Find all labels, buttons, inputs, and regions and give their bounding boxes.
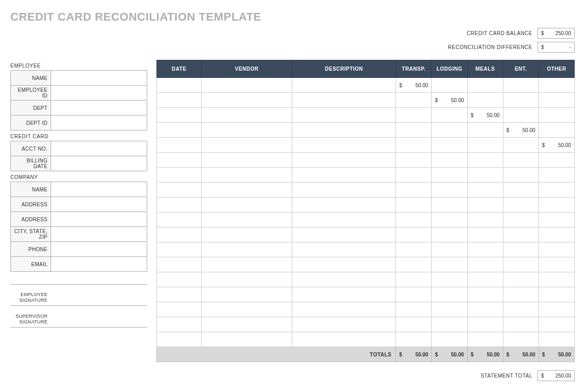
- date-cell[interactable]: [157, 213, 202, 227]
- amount-cell[interactable]: [396, 123, 432, 138]
- amount-cell[interactable]: [432, 272, 467, 287]
- amount-cell[interactable]: $50.00: [467, 108, 503, 123]
- date-cell[interactable]: [157, 332, 202, 347]
- amount-cell[interactable]: [503, 287, 539, 302]
- date-cell[interactable]: [157, 168, 202, 183]
- field-input[interactable]: [51, 242, 147, 257]
- amount-cell[interactable]: [467, 332, 503, 347]
- amount-cell[interactable]: [396, 138, 432, 153]
- desc-cell[interactable]: [292, 227, 396, 242]
- amount-cell[interactable]: [396, 317, 432, 332]
- amount-cell[interactable]: [539, 183, 574, 198]
- amount-cell[interactable]: [467, 213, 503, 227]
- vendor-cell[interactable]: [201, 198, 292, 213]
- field-input[interactable]: [51, 141, 147, 156]
- date-cell[interactable]: [157, 317, 202, 332]
- field-input[interactable]: [51, 197, 147, 212]
- amount-cell[interactable]: [467, 153, 503, 168]
- amount-cell[interactable]: [539, 93, 574, 108]
- desc-cell[interactable]: [292, 213, 396, 227]
- amount-cell[interactable]: [396, 302, 432, 317]
- amount-cell[interactable]: [467, 123, 503, 138]
- amount-cell[interactable]: [432, 198, 467, 213]
- field-input[interactable]: [51, 257, 147, 272]
- amount-cell[interactable]: [467, 78, 503, 93]
- date-cell[interactable]: [157, 227, 202, 242]
- supervisor-signature-row[interactable]: SUPERVISORSIGNATURE: [10, 306, 147, 328]
- amount-cell[interactable]: [432, 168, 467, 183]
- field-input[interactable]: [51, 227, 147, 242]
- amount-cell[interactable]: [503, 272, 539, 287]
- amount-cell[interactable]: [467, 138, 503, 153]
- amount-cell[interactable]: [432, 302, 467, 317]
- amount-cell[interactable]: [467, 198, 503, 213]
- date-cell[interactable]: [157, 138, 202, 153]
- vendor-cell[interactable]: [201, 123, 292, 138]
- amount-cell[interactable]: [503, 138, 539, 153]
- field-input[interactable]: [51, 101, 147, 116]
- date-cell[interactable]: [157, 108, 202, 123]
- field-input[interactable]: [51, 212, 147, 227]
- amount-cell[interactable]: [503, 257, 539, 272]
- date-cell[interactable]: [157, 198, 202, 213]
- amount-cell[interactable]: [467, 287, 503, 302]
- amount-cell[interactable]: [539, 78, 574, 93]
- desc-cell[interactable]: [292, 257, 396, 272]
- vendor-cell[interactable]: [201, 227, 292, 242]
- vendor-cell[interactable]: [201, 287, 292, 302]
- desc-cell[interactable]: [292, 108, 396, 123]
- vendor-cell[interactable]: [201, 183, 292, 198]
- amount-cell[interactable]: [432, 153, 467, 168]
- amount-cell[interactable]: [503, 332, 539, 347]
- field-input[interactable]: [51, 182, 147, 197]
- desc-cell[interactable]: [292, 123, 396, 138]
- vendor-cell[interactable]: [201, 78, 292, 93]
- vendor-cell[interactable]: [201, 213, 292, 227]
- amount-cell[interactable]: [396, 108, 432, 123]
- amount-cell[interactable]: [467, 227, 503, 242]
- amount-cell[interactable]: [503, 213, 539, 227]
- desc-cell[interactable]: [292, 93, 396, 108]
- amount-cell[interactable]: [503, 302, 539, 317]
- date-cell[interactable]: [157, 272, 202, 287]
- amount-cell[interactable]: [432, 138, 467, 153]
- amount-cell[interactable]: [467, 257, 503, 272]
- amount-cell[interactable]: [432, 123, 467, 138]
- amount-cell[interactable]: [396, 153, 432, 168]
- amount-cell[interactable]: $50.00: [503, 123, 539, 138]
- amount-cell[interactable]: [432, 287, 467, 302]
- vendor-cell[interactable]: [201, 138, 292, 153]
- amount-cell[interactable]: [432, 108, 467, 123]
- vendor-cell[interactable]: [201, 242, 292, 257]
- date-cell[interactable]: [157, 183, 202, 198]
- field-input[interactable]: [51, 116, 147, 130]
- amount-cell[interactable]: [432, 78, 467, 93]
- date-cell[interactable]: [157, 242, 202, 257]
- amount-cell[interactable]: [396, 198, 432, 213]
- date-cell[interactable]: [157, 93, 202, 108]
- desc-cell[interactable]: [292, 242, 396, 257]
- amount-cell[interactable]: [539, 257, 574, 272]
- amount-cell[interactable]: [467, 242, 503, 257]
- amount-cell[interactable]: [432, 317, 467, 332]
- amount-cell[interactable]: [467, 93, 503, 108]
- amount-cell[interactable]: [539, 287, 574, 302]
- field-input[interactable]: [51, 86, 147, 101]
- amount-cell[interactable]: [503, 168, 539, 183]
- amount-cell[interactable]: [539, 108, 574, 123]
- desc-cell[interactable]: [292, 302, 396, 317]
- vendor-cell[interactable]: [201, 108, 292, 123]
- date-cell[interactable]: [157, 123, 202, 138]
- amount-cell[interactable]: [539, 272, 574, 287]
- amount-cell[interactable]: [539, 332, 574, 347]
- amount-cell[interactable]: $50.00: [432, 93, 467, 108]
- desc-cell[interactable]: [292, 332, 396, 347]
- amount-cell[interactable]: [396, 168, 432, 183]
- amount-cell[interactable]: [396, 242, 432, 257]
- amount-cell[interactable]: [503, 242, 539, 257]
- amount-cell[interactable]: [396, 332, 432, 347]
- vendor-cell[interactable]: [201, 168, 292, 183]
- amount-cell[interactable]: [396, 213, 432, 227]
- amount-cell[interactable]: [432, 332, 467, 347]
- amount-cell[interactable]: [539, 242, 574, 257]
